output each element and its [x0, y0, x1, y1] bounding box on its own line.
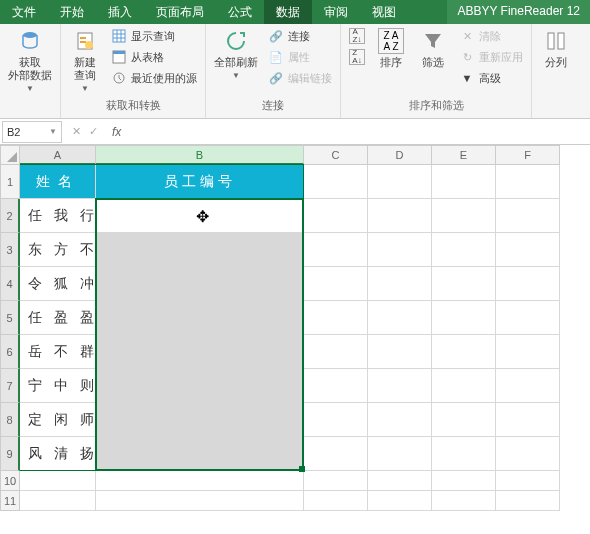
table-header-cell[interactable]: 姓名 — [20, 165, 96, 199]
cell[interactable] — [368, 335, 432, 369]
tab-layout[interactable]: 页面布局 — [144, 0, 216, 24]
cell[interactable] — [20, 491, 96, 511]
cell[interactable] — [304, 335, 368, 369]
row-header[interactable]: 10 — [0, 471, 20, 491]
cell[interactable] — [432, 199, 496, 233]
row-header[interactable]: 4 — [0, 267, 20, 301]
cell[interactable] — [432, 403, 496, 437]
edit-links-button[interactable]: 🔗编辑链接 — [264, 68, 336, 88]
cell[interactable]: 任我行 — [20, 199, 96, 233]
fx-icon[interactable]: fx — [106, 125, 127, 139]
row-header[interactable]: 11 — [0, 491, 20, 511]
tab-home[interactable]: 开始 — [48, 0, 96, 24]
table-header-cell[interactable]: 员工编号 — [96, 165, 304, 199]
cell[interactable] — [496, 199, 560, 233]
cell[interactable] — [304, 165, 368, 199]
cell[interactable] — [368, 471, 432, 491]
col-header[interactable]: F — [496, 145, 560, 165]
cell[interactable] — [368, 267, 432, 301]
formula-input[interactable] — [127, 121, 590, 143]
cell[interactable] — [96, 199, 304, 233]
cell[interactable] — [304, 301, 368, 335]
cell[interactable]: 定闲师太 — [20, 403, 96, 437]
cell[interactable] — [496, 301, 560, 335]
cell[interactable] — [96, 369, 304, 403]
row-header[interactable]: 2 — [0, 199, 20, 233]
cell[interactable] — [96, 403, 304, 437]
cell[interactable] — [368, 403, 432, 437]
cell[interactable] — [96, 335, 304, 369]
cell[interactable] — [368, 165, 432, 199]
cell[interactable] — [368, 369, 432, 403]
from-table-button[interactable]: 从表格 — [107, 47, 201, 67]
col-header[interactable]: C — [304, 145, 368, 165]
cell[interactable] — [432, 301, 496, 335]
sort-button[interactable]: Z AA Z 排序 — [371, 26, 411, 71]
row-header[interactable]: 6 — [0, 335, 20, 369]
clear-filter-button[interactable]: ✕清除 — [455, 26, 527, 46]
cell[interactable] — [432, 267, 496, 301]
cell[interactable] — [304, 471, 368, 491]
col-header[interactable]: A — [20, 145, 96, 165]
cell[interactable] — [432, 165, 496, 199]
cell[interactable] — [496, 369, 560, 403]
cell[interactable] — [304, 233, 368, 267]
cell[interactable] — [304, 403, 368, 437]
cell[interactable] — [368, 491, 432, 511]
cell[interactable]: 东方不败 — [20, 233, 96, 267]
cell[interactable] — [96, 301, 304, 335]
tab-data[interactable]: 数据 — [264, 0, 312, 24]
row-header[interactable]: 8 — [0, 403, 20, 437]
cell[interactable] — [432, 233, 496, 267]
col-header[interactable]: E — [432, 145, 496, 165]
text-to-columns-button[interactable]: 分列 — [536, 26, 576, 71]
cell[interactable] — [496, 233, 560, 267]
row-header[interactable]: 9 — [0, 437, 20, 471]
recent-sources-button[interactable]: 最近使用的源 — [107, 68, 201, 88]
cell[interactable] — [96, 267, 304, 301]
cell[interactable] — [368, 199, 432, 233]
cell[interactable] — [496, 403, 560, 437]
cell[interactable]: 令狐冲 — [20, 267, 96, 301]
cell[interactable] — [96, 491, 304, 511]
cell[interactable] — [368, 233, 432, 267]
cell[interactable] — [304, 369, 368, 403]
name-box[interactable]: B2▼ — [2, 121, 62, 143]
row-header[interactable]: 3 — [0, 233, 20, 267]
cell[interactable] — [496, 491, 560, 511]
select-all-corner[interactable] — [0, 145, 20, 165]
refresh-all-button[interactable]: 全部刷新 ▼ — [210, 26, 262, 82]
col-header[interactable]: B — [96, 145, 304, 165]
cell[interactable] — [368, 437, 432, 471]
filter-button[interactable]: 筛选 — [413, 26, 453, 71]
cell[interactable] — [432, 491, 496, 511]
advanced-filter-button[interactable]: ▼高级 — [455, 68, 527, 88]
cell[interactable] — [432, 369, 496, 403]
tab-addon[interactable]: ABBYY FineReader 12 — [447, 0, 590, 24]
sort-desc-button[interactable]: ZA↓ — [345, 47, 369, 67]
properties-button[interactable]: 📄属性 — [264, 47, 336, 67]
sort-asc-button[interactable]: AZ↓ — [345, 26, 369, 46]
reapply-button[interactable]: ↻重新应用 — [455, 47, 527, 67]
cell[interactable] — [304, 267, 368, 301]
cell[interactable] — [304, 199, 368, 233]
cell[interactable] — [304, 437, 368, 471]
row-header[interactable]: 7 — [0, 369, 20, 403]
cell[interactable]: 宁中则 — [20, 369, 96, 403]
cell[interactable] — [432, 335, 496, 369]
cell[interactable]: 风清扬 — [20, 437, 96, 471]
cell[interactable]: 岳不群 — [20, 335, 96, 369]
tab-formula[interactable]: 公式 — [216, 0, 264, 24]
cell[interactable] — [496, 437, 560, 471]
cell[interactable] — [432, 471, 496, 491]
row-header[interactable]: 1 — [0, 165, 20, 199]
cell[interactable] — [304, 491, 368, 511]
tab-insert[interactable]: 插入 — [96, 0, 144, 24]
cell[interactable] — [96, 233, 304, 267]
row-header[interactable]: 5 — [0, 301, 20, 335]
cells-area[interactable]: 姓名 员工编号 任我行 东方不败 令狐冲 任盈盈 岳不群 宁中则 定闲师太 风清… — [20, 165, 590, 511]
tab-view[interactable]: 视图 — [360, 0, 408, 24]
tab-review[interactable]: 审阅 — [312, 0, 360, 24]
cell[interactable] — [496, 471, 560, 491]
col-header[interactable]: D — [368, 145, 432, 165]
